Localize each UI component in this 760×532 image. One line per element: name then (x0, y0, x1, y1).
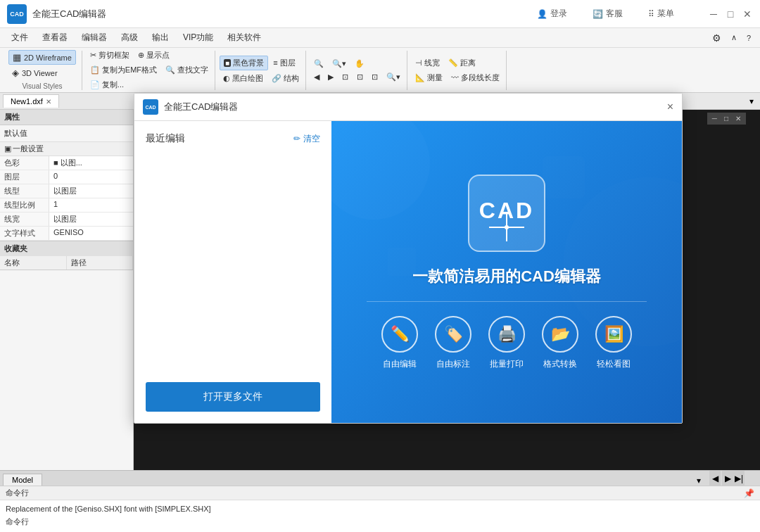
wireframe-icon: ▦ (13, 52, 21, 63)
measure-button[interactable]: 📐 测量 (412, 71, 446, 84)
refresh-icon: 🔄 (593, 9, 603, 19)
menu-related[interactable]: 相关软件 (222, 30, 267, 46)
nav5-icon: ⊡ (372, 72, 378, 82)
menu-file[interactable]: 文件 (6, 30, 34, 46)
menu-output[interactable]: 输出 (146, 30, 175, 46)
clear-icon: ✏ (293, 134, 300, 144)
sidebar-group-title: ▣ 一般设置 (0, 142, 133, 156)
toolbar-right-1[interactable]: ⚙ (709, 31, 725, 45)
prop-row-color: 色彩 ■ 以图... (0, 156, 133, 170)
model-scroll-end-button[interactable]: ▶| (733, 471, 745, 486)
prop-row-linetype: 线型 以图层 (0, 184, 133, 198)
structure-button[interactable]: 🔗 结构 (268, 72, 303, 85)
multiline-len-button[interactable]: 〰 多段线长度 (448, 71, 503, 84)
file-tab[interactable]: New1.dxf ✕ (3, 94, 59, 108)
nav-back-button[interactable]: ◀ (310, 71, 323, 83)
menu-editor[interactable]: 编辑器 (76, 30, 113, 46)
linewidth-button[interactable]: ⊣ 线宽 (412, 56, 443, 70)
3d-viewer-button[interactable]: ◈ 3D Viewer (8, 66, 76, 80)
bg-icon: ■ (224, 59, 231, 67)
tab-more-button[interactable]: ▾ (746, 96, 757, 107)
maximize-button[interactable]: □ (725, 8, 736, 20)
zoom-out2-icon: 🔍▾ (386, 72, 400, 82)
svg-rect-2 (543, 156, 585, 198)
toolbar: ▦ 2D Wireframe ◈ 3D Viewer Visual Styles… (0, 48, 760, 93)
open-more-files-button[interactable]: 打开更多文件 (146, 382, 320, 412)
login-button[interactable]: 👤 登录 (531, 5, 573, 23)
tab-dropdown-button[interactable]: ▾ (694, 476, 704, 486)
welcome-dialog: CAD 全能王CAD编辑器 × 最近编辑 ✏ 清空 打开更多文件 (134, 93, 683, 424)
pan-icon: ✋ (355, 59, 365, 68)
recent-title: 最近编辑 (146, 132, 185, 145)
svg-point-0 (331, 121, 430, 220)
prop-value-ltscale[interactable]: 1 (49, 198, 133, 212)
black-white-button[interactable]: ◐ 黑白绘图 (220, 72, 267, 85)
zoom-in-button[interactable]: 🔍 (310, 58, 327, 70)
minimize-button[interactable]: ─ (708, 8, 719, 20)
zoom-dd-button[interactable]: 🔍▾ (329, 58, 350, 70)
dialog-title: 全能王CAD编辑器 (164, 101, 667, 113)
canvas-close-button[interactable]: ✕ (733, 114, 743, 123)
zoom-in-icon: 🔍 (314, 59, 324, 68)
model-scroll-right-button[interactable]: ▶ (722, 471, 733, 486)
distance-button[interactable]: 📏 距离 (445, 56, 479, 70)
close-button[interactable]: ✕ (742, 8, 753, 20)
clear-button[interactable]: ✏ 清空 (293, 133, 320, 145)
menu-vip[interactable]: VIP功能 (177, 30, 219, 46)
command-log: Replacement of the [Geniso.SHX] font wit… (0, 500, 760, 532)
nav-5-button[interactable]: ⊡ (368, 71, 381, 83)
toolbar-right-3[interactable]: ? (743, 32, 754, 44)
canvas-restore-button[interactable]: □ (722, 114, 730, 123)
model-scroll-left-button[interactable]: ◀ (709, 471, 721, 486)
bookmark-col-path: 路径 (67, 256, 134, 270)
nav-more-button[interactable]: ⊡ (338, 71, 352, 83)
prop-value-linetype[interactable]: 以图层 (49, 184, 133, 198)
fwd-icon: ▶ (328, 72, 334, 82)
nav-fwd-button[interactable]: ▶ (324, 71, 337, 83)
svg-point-1 (564, 177, 682, 346)
nav-4-button[interactable]: ⊡ (353, 71, 367, 83)
sidebar-default-label: 默认值 (0, 125, 133, 142)
find-text-button[interactable]: 🔍 查找文字 (162, 63, 212, 77)
pan-zoom-section: 🔍 🔍▾ ✋ ◀ ▶ ⊡ ⊡ ⊡ 🔍▾ (308, 51, 407, 90)
menu-viewer[interactable]: 查看器 (37, 30, 73, 46)
bookmarks-title: 收藏夹 (0, 241, 133, 256)
dialog-body: 最近编辑 ✏ 清空 打开更多文件 (134, 121, 682, 423)
service-button[interactable]: 🔄 客服 (587, 5, 628, 23)
menu-button[interactable]: ⠿ 菜单 (642, 5, 680, 23)
dialog-close-button[interactable]: × (667, 101, 673, 113)
pan-button[interactable]: ✋ (351, 58, 368, 70)
recent-header: 最近编辑 ✏ 清空 (146, 132, 320, 145)
canvas-window-controls: ─ □ ✕ (707, 113, 746, 125)
copy-icon: 📋 (90, 65, 100, 75)
prop-value-linewidth[interactable]: 以图层 (49, 213, 133, 226)
layer-button[interactable]: ≡ 图层 (270, 56, 298, 70)
toolbar-right-2[interactable]: ∧ (728, 32, 740, 44)
black-bg-button[interactable]: ■ 黑色背景 (220, 56, 268, 70)
zoom-out2-button[interactable]: 🔍▾ (383, 71, 404, 83)
bw-icon: ◐ (223, 74, 230, 83)
cut-icon: ✂ (90, 51, 96, 60)
app-logo-icon: CAD (7, 4, 27, 24)
pin-icon[interactable]: 📌 (744, 488, 754, 498)
model-tab[interactable]: Model (3, 474, 42, 486)
title-controls: 👤 登录 🔄 客服 ⠿ 菜单 ─ □ ✕ (531, 5, 753, 23)
zoom-dd-icon: 🔍▾ (332, 59, 346, 68)
prop-value-textstyle[interactable]: GENISO (49, 227, 133, 240)
model-tab-bar: Model ▾ ◀ ▶ ▶| (0, 470, 760, 486)
copy3-button[interactable]: 📄 复制... (87, 78, 127, 91)
canvas-minimize-button[interactable]: ─ (710, 114, 719, 123)
copy-emf-button[interactable]: 📋 复制为EMF格式 (87, 63, 160, 77)
prop-value-color[interactable]: ■ 以图... (49, 156, 133, 170)
prop-label-ltscale: 线型比例 (0, 198, 49, 212)
tab-close-button[interactable]: ✕ (46, 98, 51, 106)
menu-advanced[interactable]: 高级 (115, 30, 144, 46)
2d-wireframe-button[interactable]: ▦ 2D Wireframe (8, 50, 76, 65)
prop-value-layer[interactable]: 0 (49, 170, 133, 184)
edit-section: ✂ 剪切框架 ⊕ 显示点 📋 复制为EMF格式 🔍 查找文字 📄 复制... (84, 51, 215, 90)
cut-frame-button[interactable]: ✂ 剪切框架 (87, 49, 133, 62)
show-point-button[interactable]: ⊕ 显示点 (134, 49, 173, 62)
recent-files-list (146, 153, 320, 374)
svg-rect-3 (388, 248, 416, 276)
dialog-header: CAD 全能王CAD编辑器 × (134, 94, 682, 121)
